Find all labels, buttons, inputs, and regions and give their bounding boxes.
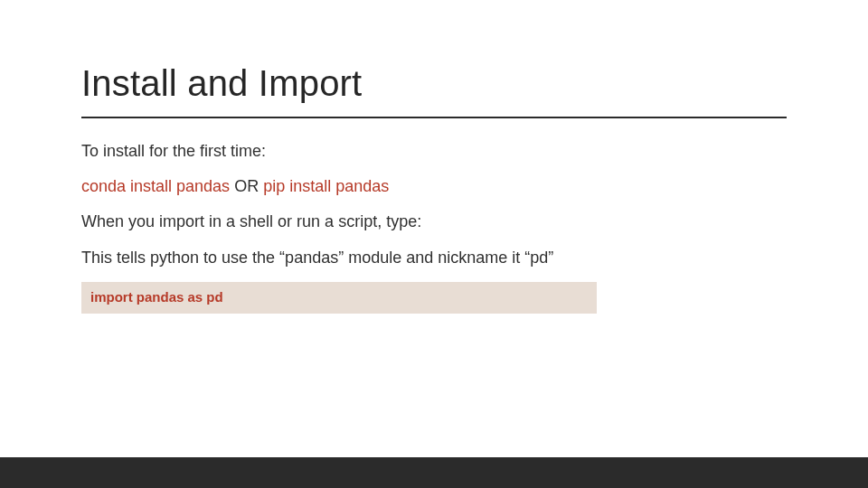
slide-title: Install and Import [81,63,787,104]
footer-bar [0,457,868,488]
slide: Install and Import To install for the fi… [0,0,868,488]
intro-line: To install for the first time: [81,140,787,163]
title-divider [81,117,787,118]
install-line: conda install pandas OR pip install pand… [81,175,787,198]
install-separator: OR [230,177,263,195]
when-import-line: When you import in a shell or run a scri… [81,211,787,233]
explain-line: This tells python to use the “pandas” mo… [81,247,787,269]
code-block: import pandas as pd [81,282,597,314]
conda-install-command: conda install pandas [81,177,230,195]
pip-install-command: pip install pandas [263,177,389,195]
